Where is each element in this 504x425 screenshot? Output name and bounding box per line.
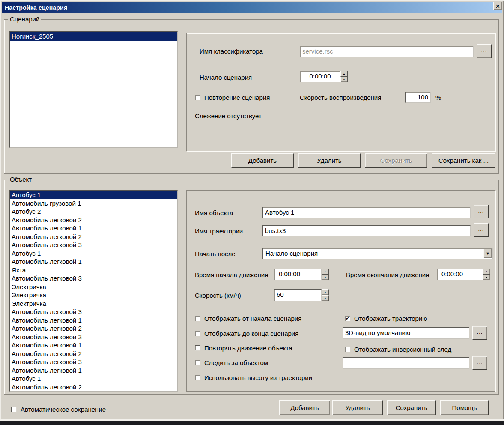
use-height-label: Использовать высоту из траектории: [204, 374, 312, 381]
autosave-label: Автоматическое сохранение: [21, 406, 106, 413]
spin-down-icon[interactable]: [340, 77, 348, 83]
scenario-add-button[interactable]: Добавить: [231, 153, 294, 168]
time-start-spinner[interactable]: 0:00:00: [274, 269, 329, 280]
scenario-save-as-button[interactable]: Сохранить как ...: [432, 153, 495, 168]
playback-speed-label: Скорость воспроизведения: [300, 94, 381, 101]
trajectory-field[interactable]: bus.tx3: [262, 225, 471, 236]
list-item[interactable]: Автомобиль легковой 3: [10, 308, 177, 316]
list-item[interactable]: Электричка: [10, 291, 177, 299]
object-speed-value[interactable]: 60: [274, 289, 322, 301]
show-trajectory-label: Отображать траекторию: [354, 315, 427, 322]
tracking-status-text: Слежение отсутствует: [195, 112, 262, 120]
spin-up-icon[interactable]: [483, 269, 490, 275]
object-group: Объект Автобус 1Автомобиль грузовой 1Авт…: [4, 180, 499, 395]
time-end-value[interactable]: 0:00:00: [437, 269, 483, 280]
show-to-end-label: Отображать до конца сценария: [204, 330, 298, 337]
scenario-save-button: Сохранить: [365, 153, 427, 168]
object-speed-spinner[interactable]: 60: [274, 289, 329, 301]
object-list[interactable]: Автобус 1Автомобиль грузовой 1Автобус 2А…: [9, 190, 178, 392]
list-item[interactable]: Автомобиль легковой 1: [10, 316, 177, 325]
use-height-checkbox[interactable]: [195, 375, 200, 380]
scenario-start-value[interactable]: 0:00:00: [300, 71, 340, 82]
list-item[interactable]: Автомобиль легковой 2: [10, 216, 177, 224]
list-item[interactable]: Автомобиль легковой 3: [10, 274, 177, 283]
object-add-button[interactable]: Добавить: [279, 400, 330, 415]
show-from-start-label: Отображать от начала сценария: [204, 315, 301, 322]
list-item[interactable]: Автомобиль легковой 1: [10, 224, 177, 233]
classifier-label: Имя классификатора: [200, 48, 263, 55]
repeat-motion-checkbox[interactable]: [195, 345, 200, 351]
list-item[interactable]: Автомобиль легковой 1: [10, 257, 177, 266]
scenario-delete-button[interactable]: Удалить: [298, 153, 361, 168]
spin-down-icon[interactable]: [322, 275, 329, 281]
start-after-value: Начало сценария: [263, 248, 492, 257]
time-start-value[interactable]: 0:00:00: [274, 269, 322, 280]
list-item[interactable]: Автомобиль легковой 2: [10, 233, 177, 241]
spin-down-icon[interactable]: [322, 295, 329, 301]
list-item[interactable]: Яхта: [10, 266, 177, 275]
list-item[interactable]: Электричка: [10, 299, 177, 308]
spin-down-icon[interactable]: [483, 275, 490, 281]
list-item[interactable]: Автобус 1: [10, 374, 177, 383]
show-to-end-checkbox[interactable]: [195, 331, 200, 336]
list-item[interactable]: Электричка: [10, 283, 177, 291]
object-save-button[interactable]: Сохранить: [387, 400, 436, 415]
scenario-start-label: Начало сценария: [200, 74, 252, 81]
spin-up-icon[interactable]: [322, 289, 329, 295]
playback-speed-field[interactable]: 100: [405, 92, 431, 103]
list-item[interactable]: Автомобиль легковой 3: [10, 333, 177, 341]
spin-up-icon[interactable]: [340, 71, 348, 77]
list-item[interactable]: Автомобиль легковой 2: [10, 324, 177, 333]
show-contrail-checkbox[interactable]: [345, 347, 350, 352]
object-name-field[interactable]: Автобус 1: [262, 207, 471, 218]
follow-object-label: Следить за объектом: [204, 359, 268, 366]
list-item[interactable]: Автомобиль грузовой 1: [10, 199, 177, 208]
show-trajectory-checkbox[interactable]: [345, 316, 350, 321]
repeat-scenario-label: Повторение сценария: [204, 94, 270, 101]
scenario-panel: Имя классификатора service.rsc ... Начал…: [186, 33, 495, 151]
list-item[interactable]: Автомобиль легковой 3: [10, 358, 177, 366]
time-end-label: Время окончания движения: [346, 271, 429, 278]
object-speed-label: Скорость (км/ч): [195, 292, 241, 299]
repeat-motion-label: Повторять движение объекта: [204, 344, 292, 352]
window-bottom-edge: [0, 421, 504, 425]
follow-target-field[interactable]: [343, 357, 469, 369]
spin-up-icon[interactable]: [322, 269, 329, 275]
repeat-scenario-checkbox[interactable]: [195, 95, 200, 100]
follow-object-checkbox[interactable]: [195, 360, 200, 365]
chevron-down-icon[interactable]: ▼: [483, 249, 492, 258]
list-item[interactable]: Автомобиль легковой 3: [10, 241, 177, 249]
object-name-label: Имя объекта: [195, 209, 233, 216]
scenario-start-spinner[interactable]: 0:00:00: [300, 71, 348, 82]
list-item[interactable]: Автобус 1: [10, 191, 177, 199]
classifier-field: service.rsc: [300, 46, 474, 57]
start-after-dropdown[interactable]: Начало сценария ▼: [262, 248, 493, 259]
object-panel: Имя объекта Автобус 1 ... Имя траектории…: [186, 190, 495, 392]
object-group-label: Объект: [8, 176, 33, 183]
show-from-start-checkbox[interactable]: [195, 316, 200, 321]
trajectory-browse-button[interactable]: ...: [474, 223, 489, 237]
time-start-label: Время начала движения: [195, 271, 268, 278]
list-item[interactable]: Автобус 1: [10, 249, 177, 258]
view-browse-button[interactable]: ...: [472, 326, 487, 340]
start-after-label: Начать после: [195, 250, 236, 257]
close-icon[interactable]: ×: [493, 2, 502, 10]
percent-label: %: [435, 94, 441, 101]
window-title: Настройка сценария: [2, 4, 67, 11]
show-contrail-label: Отображать инверсионный след: [354, 346, 451, 353]
list-item[interactable]: Автомобиль легковой 1: [10, 366, 177, 375]
list-item[interactable]: Автомобиль легковой 2: [10, 383, 177, 392]
help-button[interactable]: Помощь: [440, 400, 489, 415]
follow-target-browse-button: ...: [472, 356, 487, 370]
list-item[interactable]: Автомобиль легковой 1: [10, 341, 177, 350]
scenario-list[interactable]: Ногинск_2505: [9, 31, 178, 148]
list-item[interactable]: Автобус 2: [10, 207, 177, 216]
object-delete-button[interactable]: Удалить: [332, 400, 383, 415]
time-end-spinner[interactable]: 0:00:00: [437, 269, 490, 280]
list-item[interactable]: Ногинск_2505: [10, 32, 177, 41]
autosave-checkbox[interactable]: [11, 407, 17, 412]
list-item[interactable]: Автомобиль легковой 2: [10, 350, 177, 358]
view-field[interactable]: 3D-вид по умолчанию: [343, 327, 469, 339]
scenario-group-label: Сценарий: [8, 15, 41, 23]
object-name-browse-button[interactable]: ...: [474, 205, 489, 218]
